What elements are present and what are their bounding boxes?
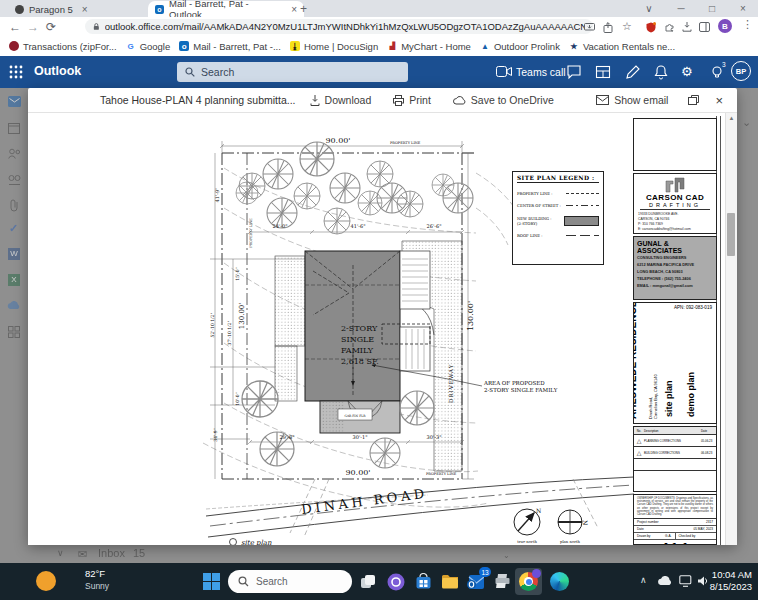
url-field[interactable]: outlook.office.com/mail/AAMkADA4N2Y0MzU1… — [85, 19, 593, 34]
new-tab-button[interactable]: + — [300, 2, 307, 16]
forward-icon[interactable]: → — [24, 20, 42, 34]
user-avatar[interactable]: BP — [731, 61, 751, 81]
search-icon — [185, 67, 195, 77]
edge-icon[interactable] — [548, 570, 571, 593]
window-close-icon[interactable]: × — [730, 0, 756, 17]
weather-temp[interactable]: 82°F — [85, 568, 105, 579]
task-view-icon[interactable] — [356, 570, 379, 593]
scroll-up-icon[interactable]: ▲ — [726, 113, 737, 123]
sheet-number: A1.1 — [634, 540, 716, 545]
svg-text:30'-3": 30'-3" — [427, 434, 442, 440]
tab-close-icon[interactable]: × — [291, 4, 297, 15]
refresh-icon[interactable]: ⟳ — [42, 20, 60, 34]
close-preview-icon[interactable]: × — [715, 93, 723, 108]
groups-nav-icon[interactable] — [8, 174, 21, 185]
svg-text:plan north: plan north — [560, 539, 581, 544]
extensions-puzzle-icon[interactable] — [665, 22, 675, 32]
inbox-mail-icon: ✉ — [78, 548, 87, 561]
svg-text:15'-0": 15'-0" — [235, 267, 240, 280]
bookmark-star-icon[interactable]: ☆ — [622, 20, 632, 33]
adblock-shield-icon[interactable] — [646, 22, 656, 33]
window-maximize-icon[interactable]: □ — [699, 0, 725, 17]
back-icon[interactable]: ← — [6, 20, 24, 34]
tab-close-icon[interactable]: × — [82, 4, 88, 15]
share-icon[interactable] — [603, 22, 613, 33]
titleblock-info: OWNERSHIP OF DOCUMENTS: Drawings and Spe… — [633, 494, 717, 545]
tab-paragon[interactable]: Paragon 5 × — [8, 1, 152, 17]
printer-icon[interactable] — [491, 570, 514, 593]
bookmark-item[interactable]: ▲Outdoor Prolink — [480, 41, 560, 52]
attachments-paperclip-icon[interactable] — [9, 199, 19, 212]
bookmark-item[interactable]: Transactions (zipFor... — [9, 41, 117, 52]
onedrive-nav-icon[interactable] — [7, 301, 21, 310]
window-minimize-icon[interactable]: ─ — [668, 0, 694, 17]
downloads-icon[interactable] — [682, 22, 692, 32]
chrome-icon-active[interactable] — [515, 568, 542, 595]
svg-text:PROPERTY LINE: PROPERTY LINE — [426, 472, 457, 476]
teams-call-button[interactable]: Teams call — [516, 66, 566, 78]
teams-chat-icon[interactable] — [384, 570, 407, 593]
more-apps-icon[interactable] — [8, 326, 20, 338]
compose-pen-icon[interactable] — [625, 64, 641, 80]
teams-call-camera-icon[interactable] — [496, 66, 512, 77]
chrome-badge — [532, 569, 541, 578]
preview-scrollbar[interactable]: ▲ — [725, 113, 737, 545]
titleblock-revisions: No. Description Date △ PLANNING CORRECTI… — [633, 426, 717, 492]
side-panel-icon[interactable] — [699, 22, 710, 32]
clock[interactable]: 10:04 AM 8/15/2023 — [710, 569, 752, 594]
driveway-label: DRIVEWAY — [448, 364, 454, 403]
weather-sun-icon[interactable] — [36, 571, 56, 591]
document-page[interactable]: N true north N plan north site plan — [28, 113, 737, 545]
scrollbar-thumb[interactable] — [727, 213, 735, 256]
start-button[interactable] — [200, 570, 223, 593]
calendar-nav-icon[interactable] — [8, 122, 20, 134]
todo-nav-icon[interactable]: ✓ — [9, 222, 18, 235]
network-icon[interactable] — [679, 575, 692, 587]
word-nav-icon[interactable]: W — [8, 248, 20, 260]
print-button[interactable]: Print — [393, 94, 431, 106]
bookmark-item[interactable]: oMail - Barrett, Pat -... — [179, 41, 281, 52]
excel-nav-icon[interactable]: X — [8, 274, 20, 286]
collapse-chevron-icon: ∨ — [57, 548, 64, 558]
bookmark-item[interactable]: ⭳Home | DocuSign — [290, 41, 378, 52]
site-plan-drawing: N true north N plan north site plan — [28, 113, 737, 545]
file-explorer-icon[interactable] — [438, 570, 461, 593]
outlook-taskbar-icon[interactable]: 13 — [464, 570, 487, 593]
bookmark-item[interactable]: ★Vacation Rentals ne... — [569, 41, 675, 52]
bookmark-item[interactable]: ▟MyChart - Home — [387, 41, 471, 52]
tab-outlook[interactable]: o Mail - Barrett, Pat - Outlook × — [148, 1, 304, 17]
save-to-onedrive-button[interactable]: Save to OneDrive — [453, 94, 554, 106]
outlook-app-name[interactable]: Outlook — [34, 64, 81, 78]
taskbar-search-box[interactable]: Search — [228, 570, 352, 593]
tray-chevron-icon[interactable]: ∧ — [640, 575, 647, 585]
app-launcher-waffle-icon[interactable] — [9, 65, 23, 79]
bookmark-item[interactable]: GGoogle — [126, 41, 171, 52]
print-icon — [393, 95, 404, 106]
media-grid-icon[interactable] — [595, 64, 611, 80]
star-icon: ★ — [569, 41, 579, 51]
settings-gear-icon[interactable]: ⚙ — [681, 64, 693, 79]
dim-bottom-width: 90.00' — [345, 468, 370, 477]
sheet-title-1: site plan — [664, 380, 674, 417]
lock-icon — [93, 22, 100, 31]
show-email-button[interactable]: Show email — [596, 94, 668, 106]
onedrive-tray-icon[interactable] — [657, 576, 673, 586]
install-icon[interactable] — [584, 23, 595, 32]
chat-icon[interactable] — [566, 64, 582, 80]
weather-condition[interactable]: Sunny — [85, 581, 109, 591]
download-button[interactable]: Download — [310, 94, 372, 106]
people-nav-icon[interactable] — [8, 148, 21, 159]
mail-nav-icon[interactable] — [8, 96, 21, 107]
ghost-inbox-row: ∨ ✉ Inbox 15 ⌄ — [0, 545, 758, 563]
microsoft-store-icon[interactable] — [412, 570, 435, 593]
tab-search-chevron-icon[interactable]: ∨ — [636, 0, 662, 17]
clock-time: 10:04 AM — [710, 569, 752, 581]
notifications-bell-icon[interactable] — [653, 64, 669, 80]
legend-building-sample — [564, 216, 599, 226]
svg-text:2-STORY: 2-STORY — [341, 324, 378, 333]
speaker-icon[interactable] — [697, 575, 709, 587]
outlook-search-box[interactable]: Search — [177, 62, 408, 82]
profile-avatar[interactable]: B — [718, 19, 732, 33]
open-in-new-window-icon[interactable] — [688, 95, 699, 105]
browser-menu-icon[interactable]: ⋮ — [742, 18, 753, 31]
